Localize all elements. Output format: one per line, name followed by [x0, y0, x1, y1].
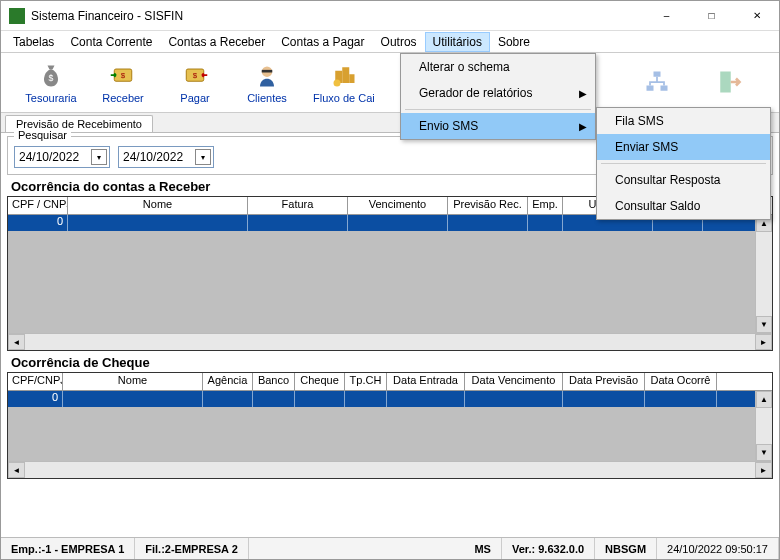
menuitem-enviar-sms[interactable]: Enviar SMS: [597, 134, 770, 160]
menuitem-consultar-resposta[interactable]: Consultar Resposta: [597, 167, 770, 193]
grid1-vscroll[interactable]: ▲ ▼: [755, 215, 772, 333]
statusbar: Emp.:-1 - EMPRESA 1 Fil.:2-EMPRESA 2 MS …: [1, 537, 779, 559]
cell-nome: [63, 391, 203, 407]
menuitem-label: Envio SMS: [419, 119, 478, 133]
calendar-dropdown-icon[interactable]: ▾: [195, 149, 211, 165]
maximize-button[interactable]: □: [689, 1, 734, 31]
col-data-ocorrencia[interactable]: Data Ocorrê: [645, 373, 717, 390]
menuitem-label: Fila SMS: [615, 114, 664, 128]
menu-contas-receber[interactable]: Contas a Receber: [160, 32, 273, 52]
scroll-down-icon[interactable]: ▼: [756, 444, 772, 461]
toolbar-receber[interactable]: $ Receber: [97, 62, 149, 104]
menuitem-gerador-relatorios[interactable]: Gerador de relatórios ▶: [401, 80, 595, 106]
col-data-previsao[interactable]: Data Previsão: [563, 373, 645, 390]
cell-bco: [253, 391, 295, 407]
grid2-body[interactable]: 0 ▲ ▼: [8, 391, 772, 461]
close-button[interactable]: ✕: [734, 1, 779, 31]
menuitem-fila-sms[interactable]: Fila SMS: [597, 108, 770, 134]
col-cpf[interactable]: CPF/CNPJ: [8, 373, 63, 390]
col-banco[interactable]: Banco: [253, 373, 295, 390]
grid2-hscroll[interactable]: ◄ ►: [8, 461, 772, 478]
col-nome[interactable]: Nome: [68, 197, 248, 214]
menu-separator: [405, 109, 591, 110]
svg-rect-11: [654, 71, 661, 76]
pay-icon: $: [181, 62, 209, 90]
scroll-right-icon[interactable]: ►: [755, 462, 772, 478]
cell-ag: [203, 391, 253, 407]
svg-text:$: $: [193, 70, 198, 79]
col-fatura[interactable]: Fatura: [248, 197, 348, 214]
menuitem-label: Consultar Resposta: [615, 173, 720, 187]
menuitem-consultar-saldo[interactable]: Consultar Saldo: [597, 193, 770, 219]
col-cheque[interactable]: Cheque: [295, 373, 345, 390]
cell-de: [387, 391, 465, 407]
toolbar-sair[interactable]: [703, 68, 755, 98]
toolbar-label: Tesouraria: [25, 92, 76, 104]
col-previsao[interactable]: Previsão Rec.: [448, 197, 528, 214]
menuitem-label: Consultar Saldo: [615, 199, 700, 213]
menu-contas-pagar[interactable]: Contas a Pagar: [273, 32, 372, 52]
toolbar-tesouraria[interactable]: $ Tesouraria: [25, 62, 77, 104]
col-data-entrada[interactable]: Data Entrada: [387, 373, 465, 390]
svg-text:$: $: [49, 73, 54, 83]
col-emp[interactable]: Emp.: [528, 197, 563, 214]
calendar-dropdown-icon[interactable]: ▾: [91, 149, 107, 165]
cell-chq: [295, 391, 345, 407]
menuitem-alterar-schema[interactable]: Alterar o schema: [401, 54, 595, 80]
grid2-header: CPF/CNPJ Nome Agência Banco Cheque Tp.CH…: [8, 373, 772, 391]
submenu-arrow-icon: ▶: [579, 88, 587, 99]
scroll-track[interactable]: [25, 462, 755, 478]
table-row[interactable]: 0: [8, 391, 772, 407]
status-fil: Fil.:2-EMPRESA 2: [135, 538, 249, 559]
cell-emp: [528, 215, 563, 231]
col-nome[interactable]: Nome: [63, 373, 203, 390]
toolbar-pagar[interactable]: $ Pagar: [169, 62, 221, 104]
scroll-right-icon[interactable]: ►: [755, 334, 772, 350]
toolbar-clientes[interactable]: Clientes: [241, 62, 293, 104]
grid2-vscroll[interactable]: ▲ ▼: [755, 391, 772, 461]
col-vencimento[interactable]: Vencimento: [348, 197, 448, 214]
col-data-vencimento[interactable]: Data Vencimento: [465, 373, 563, 390]
date-from-field[interactable]: 24/10/2022 ▾: [14, 146, 110, 168]
col-tpch[interactable]: Tp.CH: [345, 373, 387, 390]
minimize-button[interactable]: –: [644, 1, 689, 31]
date-to-field[interactable]: 24/10/2022 ▾: [118, 146, 214, 168]
scroll-down-icon[interactable]: ▼: [756, 316, 772, 333]
cell-cpf: 0: [8, 391, 63, 407]
scroll-left-icon[interactable]: ◄: [8, 334, 25, 350]
window-title: Sistema Financeiro - SISFIN: [31, 9, 644, 23]
receive-icon: $: [109, 62, 137, 90]
toolbar-hierarchy[interactable]: [631, 68, 683, 98]
grid1-body[interactable]: 0 ▲ ▼: [8, 215, 772, 333]
scroll-left-icon[interactable]: ◄: [8, 462, 25, 478]
submenu-arrow-icon: ▶: [579, 121, 587, 132]
cell-do: [645, 391, 717, 407]
scroll-track[interactable]: [756, 408, 772, 444]
toolbar-fluxo-caixa[interactable]: Fluxo de Cai: [313, 62, 375, 104]
svg-point-10: [333, 79, 340, 86]
cell-dv: [465, 391, 563, 407]
menu-conta-corrente[interactable]: Conta Corrente: [62, 32, 160, 52]
grid1-hscroll[interactable]: ◄ ►: [8, 333, 772, 350]
col-cpf[interactable]: CPF / CNPJ: [8, 197, 68, 214]
menuitem-label: Gerador de relatórios: [419, 86, 532, 100]
status-emp: Emp.:-1 - EMPRESA 1: [1, 538, 135, 559]
scroll-track[interactable]: [756, 232, 772, 316]
svg-rect-6: [262, 69, 273, 72]
menu-utilitarios[interactable]: Utilitários: [425, 32, 490, 52]
cell-tp: [345, 391, 387, 407]
scroll-up-icon[interactable]: ▲: [756, 391, 772, 408]
status-ms: MS: [249, 538, 502, 559]
menu-sobre[interactable]: Sobre: [490, 32, 538, 52]
menu-outros[interactable]: Outros: [373, 32, 425, 52]
svg-rect-9: [349, 74, 354, 83]
menu-tabelas[interactable]: Tabelas: [5, 32, 62, 52]
menuitem-envio-sms[interactable]: Envio SMS ▶: [401, 113, 595, 139]
cell-nome: [68, 215, 248, 231]
svg-rect-12: [647, 85, 654, 90]
date-from-value: 24/10/2022: [19, 150, 89, 164]
cell-cpf: 0: [8, 215, 68, 231]
money-bag-icon: $: [37, 62, 65, 90]
scroll-track[interactable]: [25, 334, 755, 350]
col-agencia[interactable]: Agência: [203, 373, 253, 390]
